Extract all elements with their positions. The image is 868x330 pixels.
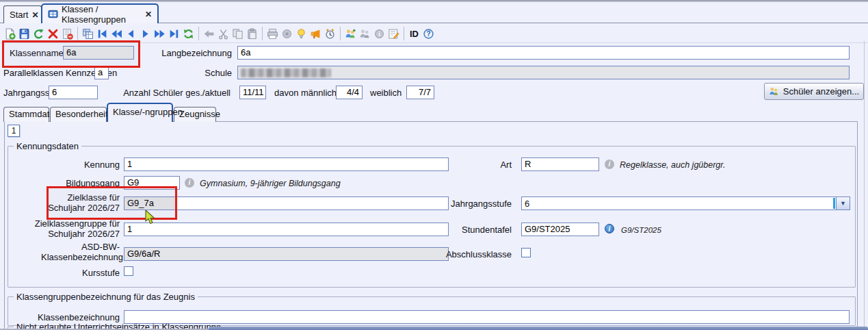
zielklassengruppe-label: Zielklassengruppe für Schuljahr 2026/27: [21, 218, 120, 239]
help-icon[interactable]: ?: [421, 27, 436, 41]
stundentafel-info-icon: i: [605, 224, 614, 233]
tab-klassen-label: Klassen / Klassengruppen: [62, 4, 142, 25]
remove-record-icon[interactable]: [60, 27, 75, 41]
zeugnis-legend: Klassengruppenbezeichnung für das Zeugni…: [14, 292, 198, 302]
info-circle-icon[interactable]: i: [372, 27, 386, 41]
anzahl-schueler-field[interactable]: 11/11: [239, 86, 266, 99]
jahrgangsstufe-header-field[interactable]: 6: [49, 86, 98, 99]
close-icon[interactable]: ✕: [145, 10, 152, 19]
tab-besonderheiten[interactable]: Besonderheiten: [50, 107, 107, 122]
nav-first-icon[interactable]: [95, 27, 109, 41]
close-icon[interactable]: ✕: [31, 10, 38, 20]
art-field[interactable]: R: [521, 157, 599, 171]
stundentafel-label: Stundentafel: [410, 225, 512, 235]
refresh-icon[interactable]: [181, 27, 196, 41]
asd-bw-field[interactable]: G9/6a/R: [124, 247, 449, 261]
cut-icon[interactable]: [216, 27, 231, 41]
disc-icon[interactable]: [280, 27, 294, 41]
redacted-school-name: [241, 68, 331, 77]
tab-klasse-ngruppen[interactable]: Klasse/-ngruppen: [107, 103, 173, 122]
kursstufe-label: Kursstufe: [27, 268, 120, 278]
art-label: Art: [410, 160, 512, 170]
toolbar-separator: [262, 27, 263, 40]
klassengruppe-selector-1[interactable]: 1: [8, 125, 20, 137]
kennung-label: Kennung: [27, 160, 120, 170]
tab-zeugnisse-label: Zeugnisse: [179, 109, 220, 119]
bildungsgang-info-icon: i: [185, 178, 194, 188]
schule-label: Schule: [137, 68, 232, 78]
weiblich-field[interactable]: 7/7: [406, 86, 434, 99]
print-icon[interactable]: [265, 27, 280, 41]
tab-klasse-ngruppen-label: Klasse/-ngruppen: [113, 107, 183, 117]
toolbar-separator: [404, 27, 404, 40]
kursstufe-checkbox[interactable]: [124, 266, 133, 276]
delete-icon[interactable]: [46, 27, 60, 41]
jahrgangsstufe-combobox[interactable]: 6 ▼: [521, 196, 850, 210]
svg-text:i: i: [378, 30, 380, 37]
toolbar: i ID ?: [3, 25, 436, 42]
nav-next-icon[interactable]: [138, 27, 153, 41]
window-right-edge: [864, 41, 865, 330]
module-window-icon: [48, 9, 58, 19]
copy-icon[interactable]: [231, 27, 245, 41]
toolbar-separator: [77, 27, 78, 40]
tab-klassen-klassengruppen[interactable]: Klassen / Klassengruppen ✕: [41, 3, 159, 23]
kennung-field[interactable]: 1: [124, 157, 449, 171]
art-hint: Regelklasse, auch jgübergr.: [620, 160, 726, 170]
window-top-edge: [0, 0, 868, 2]
anzahl-schueler-label: Anzahl Schüler ges./aktuell: [105, 88, 231, 98]
combobox-caret: [833, 198, 835, 209]
mouse-cursor: [145, 210, 157, 227]
asd-bw-label: ASD-BW-Klassenbezeichnung: [41, 242, 120, 262]
zielklassengruppe-field[interactable]: 1: [124, 223, 449, 236]
nav-last-icon[interactable]: [167, 27, 181, 41]
new-record-icon[interactable]: [3, 27, 17, 41]
annotation-box-zielklasse: [47, 186, 177, 220]
back-icon[interactable]: [202, 27, 216, 41]
students-button-icon: [769, 86, 779, 97]
add-student-icon[interactable]: [343, 27, 358, 41]
maennlich-field[interactable]: 4/4: [336, 86, 363, 99]
klassenbezeichnung-label: Klassenbezeichnung: [27, 312, 120, 322]
toolbar-separator: [340, 27, 341, 40]
jahrgangsstufe-detail-label: Jahrgangsstufe: [410, 199, 512, 209]
nav-prev-icon[interactable]: [124, 27, 138, 41]
tab-start-label: Start: [10, 10, 28, 20]
weiblich-label: weiblich: [370, 88, 402, 98]
jahrgangsstufe-combobox-value: 6: [525, 198, 529, 210]
save-icon[interactable]: [17, 27, 31, 41]
id-button[interactable]: ID: [407, 27, 421, 41]
tab-stammdaten[interactable]: Stammdaten: [3, 107, 49, 122]
copy-record-icon[interactable]: [81, 27, 95, 41]
art-info-icon: i: [605, 160, 614, 169]
abschlussklasse-checkbox[interactable]: [521, 248, 531, 257]
schueler-anzeigen-label: Schüler anzeigen...: [783, 86, 859, 97]
nav-next-fast-icon[interactable]: [153, 27, 167, 41]
annotation-box-klassenname: [2, 40, 140, 68]
langbezeichnung-label: Langbezeichnung: [137, 48, 232, 58]
tab-start[interactable]: Start ✕: [3, 5, 42, 23]
schule-field[interactable]: [237, 66, 850, 79]
bildungsgang-hint: Gymnasium, 9-jähriger Bildungsgang: [200, 179, 341, 188]
students-icon[interactable]: [358, 27, 372, 41]
asv-klassen-window: Start ✕ Klassen / Klassengruppen ✕: [0, 0, 868, 330]
abschlussklasse-label: Abschlussklasse: [410, 249, 512, 259]
undo-icon[interactable]: [31, 27, 46, 41]
schueler-anzeigen-button[interactable]: Schüler anzeigen...: [764, 83, 864, 100]
reminder-clock-icon[interactable]: [323, 27, 337, 41]
toolbar-separator: [198, 27, 199, 40]
chevron-down-icon[interactable]: ▼: [836, 197, 850, 210]
edit-form-icon[interactable]: [386, 27, 401, 41]
davon-maennlich-label: davon männlich: [274, 88, 337, 98]
stundentafel-hint: G9/ST2025: [621, 226, 661, 234]
langbezeichnung-field[interactable]: 6a: [237, 46, 850, 60]
nav-prev-fast-icon[interactable]: [109, 27, 124, 41]
svg-text:?: ?: [426, 30, 430, 38]
kennungsdaten-legend: Kennungsdaten: [14, 141, 81, 151]
hint-bulb-icon[interactable]: [294, 27, 308, 41]
announcement-icon[interactable]: [308, 27, 323, 41]
window-bottom-bar: [209, 327, 868, 330]
stundentafel-field[interactable]: G9/ST2025: [521, 223, 599, 236]
paste-icon[interactable]: [245, 27, 259, 41]
parallelklassen-field[interactable]: a: [94, 66, 109, 79]
